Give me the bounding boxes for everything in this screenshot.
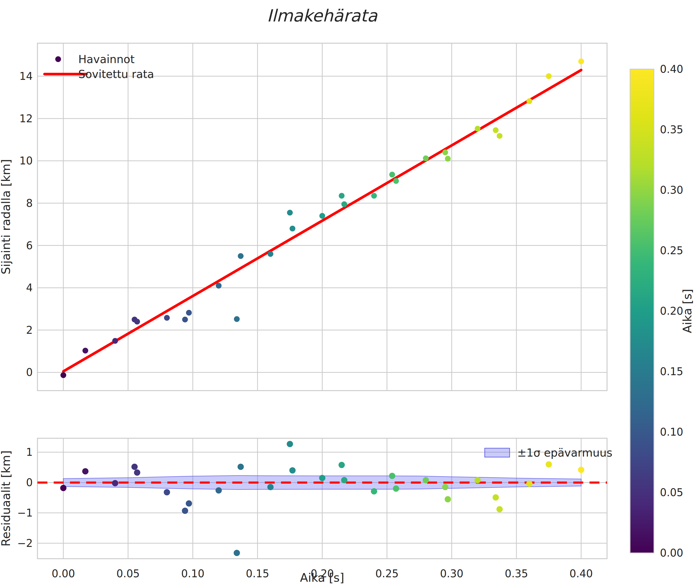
colorbar-tick-label: 0.40: [660, 63, 683, 75]
observation-point: [442, 149, 448, 155]
observation-point: [319, 213, 325, 219]
legend-label-havainnot: Havainnot: [78, 53, 135, 66]
residual-point: [526, 481, 532, 487]
ytick-label: −1: [17, 507, 33, 519]
figure: 02468101214 Ilmakehärata Sijainti radall…: [0, 0, 700, 588]
x-axis-label: Aika [s]: [300, 571, 344, 585]
ytick-label: 2: [26, 324, 33, 336]
colorbar-tick-label: 0.20: [660, 305, 683, 317]
ytick-label: 6: [26, 240, 33, 252]
xtick-label: 0.10: [181, 568, 204, 580]
residual-point: [289, 467, 296, 474]
chart-title: Ilmakehärata: [267, 6, 378, 25]
observation-point: [578, 59, 584, 64]
observation-point: [238, 253, 243, 259]
residual-point: [233, 550, 240, 556]
colorbar-tick-labels: 0.000.050.100.150.200.250.300.350.40: [660, 63, 683, 559]
residual-plot-ylabel: Residuaalit [km]: [0, 450, 13, 546]
colorbar-tick-label: 0.10: [660, 426, 683, 438]
residual-point: [475, 477, 481, 483]
ytick-label: 1: [26, 446, 33, 458]
ytick-label: 10: [19, 155, 33, 167]
residual-plot-ytick-labels: −2−101: [17, 446, 33, 549]
observation-point: [186, 310, 192, 316]
observation-point: [475, 126, 481, 131]
observation-point: [164, 315, 170, 321]
figure-canvas: 02468101214 Ilmakehärata Sijainti radall…: [0, 0, 700, 588]
observation-point: [268, 251, 273, 257]
xtick-label: 0.30: [440, 568, 463, 580]
observation-point: [287, 210, 293, 215]
residual-point: [319, 475, 325, 481]
colorbar-tick-label: 0.05: [660, 486, 683, 498]
residual-point: [215, 487, 222, 493]
residual-point: [341, 477, 347, 483]
legend-label-uncertainty: ±1σ epävarmuus: [517, 446, 612, 459]
residual-point: [497, 506, 503, 512]
colorbar: [630, 69, 654, 553]
observation-point: [445, 156, 451, 162]
observation-point: [546, 73, 552, 79]
main-plot-ytick-labels: 02468101214: [19, 70, 33, 378]
observation-point: [339, 193, 344, 199]
xtick-label: 0.40: [570, 568, 593, 580]
observation-point: [371, 193, 377, 199]
observation-point: [134, 319, 140, 325]
observation-point: [389, 172, 395, 177]
legend-point-marker: [55, 56, 61, 62]
residual-point: [338, 462, 345, 468]
residual-point: [82, 468, 88, 474]
residual-point: [112, 480, 118, 486]
ytick-label: 8: [26, 197, 33, 209]
residual-point: [578, 467, 584, 473]
observation-point: [393, 178, 399, 184]
residual-point: [237, 464, 244, 470]
ytick-label: 4: [26, 282, 33, 294]
observation-point: [341, 201, 347, 207]
residual-point: [393, 485, 399, 492]
residual-point: [445, 496, 451, 502]
residual-point: [164, 489, 170, 495]
residual-point: [442, 484, 448, 490]
observation-point: [234, 316, 240, 322]
colorbar-tick-label: 0.35: [660, 124, 683, 136]
ytick-label: 12: [19, 113, 33, 125]
residual-point: [131, 464, 138, 470]
observation-point: [82, 348, 88, 353]
observation-point: [493, 127, 499, 133]
residual-point: [423, 477, 429, 483]
legend-band-swatch: [485, 448, 510, 457]
xtick-label: 0.35: [505, 568, 528, 580]
observation-point: [60, 372, 66, 378]
ytick-label: 0: [26, 366, 33, 378]
legend-label-sovitettu-rata: Sovitettu rata: [78, 68, 154, 81]
observation-point: [112, 338, 118, 344]
ytick-label: −2: [17, 537, 33, 549]
residual-plot-legend: ±1σ epävarmuus: [485, 446, 612, 459]
xtick-label: 0.15: [246, 568, 269, 580]
observation-point: [526, 98, 532, 104]
residual-point: [60, 485, 66, 491]
main-plot-ylabel: Sijainti radalla [km]: [0, 159, 13, 275]
observation-point: [289, 226, 295, 231]
residual-point: [134, 469, 140, 476]
residual-point: [287, 441, 293, 447]
observation-point: [216, 283, 221, 289]
residual-point: [186, 500, 192, 507]
colorbar-gradient: [630, 69, 654, 553]
residual-point: [371, 488, 377, 495]
xtick-label: 0.00: [52, 568, 75, 580]
observation-point: [423, 156, 429, 161]
colorbar-tick-label: 0.15: [660, 365, 683, 378]
colorbar-tick-label: 0.00: [660, 547, 683, 559]
residual-point: [546, 461, 552, 468]
residual-point: [493, 494, 499, 501]
residual-point: [389, 473, 395, 479]
xtick-label: 0.05: [116, 568, 140, 580]
residual-point: [182, 508, 188, 514]
colorbar-tick-label: 0.25: [660, 245, 683, 257]
residual-point: [267, 484, 274, 490]
observation-point: [182, 317, 188, 322]
colorbar-label: Aika [s]: [680, 289, 694, 333]
xtick-label: 0.25: [375, 568, 399, 580]
